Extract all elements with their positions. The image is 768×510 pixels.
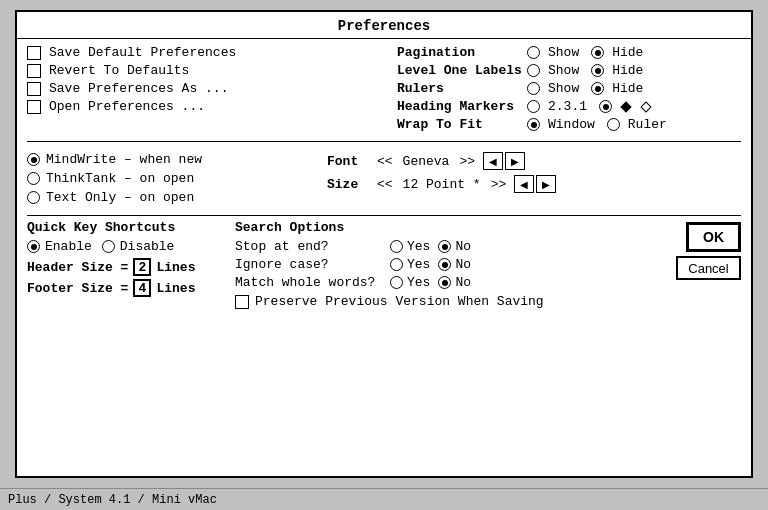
enable-disable-row: Enable Disable — [27, 239, 227, 254]
mindwrite-row: MindWrite – when new — [27, 152, 327, 167]
ignore-case-row: Ignore case? Yes No — [235, 257, 668, 272]
font-prev-arrow: << — [377, 154, 393, 169]
font-label: Font — [327, 154, 372, 169]
level-labels-show-radio[interactable] — [527, 64, 540, 77]
diamond-outline-icon — [640, 101, 651, 112]
revert-defaults-checkbox[interactable] — [27, 64, 41, 78]
preserve-row: Preserve Previous Version When Saving — [235, 294, 668, 309]
buttons-column: OK Cancel — [676, 220, 741, 309]
thinktank-radio[interactable] — [27, 172, 40, 185]
pagination-row: Pagination Show Hide — [397, 45, 741, 60]
header-size-unit: Lines — [156, 260, 195, 275]
header-size-row: Header Size = 2 Lines — [27, 258, 227, 276]
match-yes-label: Yes — [407, 275, 430, 290]
wrap-window-radio[interactable] — [527, 118, 540, 131]
rulers-hide-radio[interactable] — [591, 82, 604, 95]
rulers-label: Rulers — [397, 81, 527, 96]
size-label: Size — [327, 177, 372, 192]
footer-size-row: Footer Size = 4 Lines — [27, 279, 227, 297]
ok-button[interactable]: OK — [686, 222, 741, 252]
pagination-hide-label: Hide — [612, 45, 643, 60]
match-whole-label: Match whole words? — [235, 275, 390, 290]
save-prefs-row: Save Preferences As ... — [27, 81, 397, 96]
top-section: Save Default Preferences Revert To Defau… — [27, 45, 741, 142]
screen: Preferences Save Default Preferences Rev… — [0, 0, 768, 510]
size-prev-button[interactable]: ◀ — [514, 175, 534, 193]
disable-radio[interactable] — [102, 240, 115, 253]
right-column: Pagination Show Hide Level One Labels — [397, 45, 741, 135]
font-value: Geneva — [403, 154, 450, 169]
text-only-radio[interactable] — [27, 191, 40, 204]
text-only-row: Text Only – on open — [27, 190, 327, 205]
ignore-yes-radio[interactable] — [390, 258, 403, 271]
rulers-hide-label: Hide — [612, 81, 643, 96]
rulers-radio-group: Show Hide — [527, 81, 647, 96]
ignore-yes-label: Yes — [407, 257, 430, 272]
open-prefs-label: Open Preferences ... — [49, 99, 205, 114]
enable-radio[interactable] — [27, 240, 40, 253]
stop-at-end-row: Stop at end? Yes No — [235, 239, 668, 254]
pagination-label: Pagination — [397, 45, 527, 60]
status-label: Plus / System 4.1 / Mini vMac — [8, 493, 217, 507]
heading-markers-label: Heading Markers — [397, 99, 527, 114]
font-next-arrow: >> — [459, 154, 475, 169]
thinktank-row: ThinkTank – on open — [27, 171, 327, 186]
stop-yes-label: Yes — [407, 239, 430, 254]
heading-markers-options: 2.3.1 — [527, 99, 652, 114]
footer-size-unit: Lines — [156, 281, 195, 296]
save-default-checkbox[interactable] — [27, 46, 41, 60]
rulers-row: Rulers Show Hide — [397, 81, 741, 96]
font-size-section: Font << Geneva >> ◀ ▶ Size << 12 Point * — [327, 152, 741, 209]
footer-size-value[interactable]: 4 — [133, 279, 151, 297]
wrap-ruler-radio[interactable] — [607, 118, 620, 131]
left-column: Save Default Preferences Revert To Defau… — [27, 45, 397, 135]
mindwrite-radio[interactable] — [27, 153, 40, 166]
size-prev-arrow: << — [377, 177, 393, 192]
level-labels-radio-group: Show Hide — [527, 63, 647, 78]
stop-no-radio[interactable] — [438, 240, 451, 253]
quick-keys: Quick Key Shortcuts Enable Disable Heade… — [27, 220, 227, 309]
thinktank-label: ThinkTank – on open — [46, 171, 194, 186]
save-prefs-checkbox[interactable] — [27, 82, 41, 96]
level-labels-hide-radio[interactable] — [591, 64, 604, 77]
header-size-label: Header Size = — [27, 260, 128, 275]
search-options: Search Options Stop at end? Yes No Ignor… — [235, 220, 668, 309]
cancel-button[interactable]: Cancel — [676, 256, 741, 280]
wrap-to-fit-row: Wrap To Fit Window Ruler — [397, 117, 741, 132]
level-labels-hide-label: Hide — [612, 63, 643, 78]
pagination-hide-radio[interactable] — [591, 46, 604, 59]
font-next-button[interactable]: ▶ — [505, 152, 525, 170]
size-next-button[interactable]: ▶ — [536, 175, 556, 193]
text-only-label: Text Only – on open — [46, 190, 194, 205]
match-yes-radio[interactable] — [390, 276, 403, 289]
match-no-radio[interactable] — [438, 276, 451, 289]
heading-231-radio[interactable] — [527, 100, 540, 113]
open-prefs-checkbox[interactable] — [27, 100, 41, 114]
rulers-show-radio[interactable] — [527, 82, 540, 95]
middle-section: MindWrite – when new ThinkTank – on open… — [27, 146, 741, 216]
quick-keys-title: Quick Key Shortcuts — [27, 220, 227, 235]
stop-yes-radio[interactable] — [390, 240, 403, 253]
preserve-checkbox[interactable] — [235, 295, 249, 309]
footer-size-label: Footer Size = — [27, 281, 128, 296]
heading-markers-row: Heading Markers 2.3.1 — [397, 99, 741, 114]
enable-label: Enable — [45, 239, 92, 254]
heading-diamond-filled-radio[interactable] — [599, 100, 612, 113]
revert-defaults-label: Revert To Defaults — [49, 63, 189, 78]
heading-231-label: 2.3.1 — [548, 99, 587, 114]
size-row: Size << 12 Point * >> ◀ ▶ — [327, 175, 741, 193]
pagination-show-radio[interactable] — [527, 46, 540, 59]
pagination-show-label: Show — [548, 45, 579, 60]
header-size-value[interactable]: 2 — [133, 258, 151, 276]
search-options-title: Search Options — [235, 220, 668, 235]
font-prev-button[interactable]: ◀ — [483, 152, 503, 170]
disable-label: Disable — [120, 239, 175, 254]
bottom-section: Quick Key Shortcuts Enable Disable Heade… — [27, 220, 741, 309]
preferences-dialog: Preferences Save Default Preferences Rev… — [15, 10, 753, 478]
font-row: Font << Geneva >> ◀ ▶ — [327, 152, 741, 170]
new-options: MindWrite – when new ThinkTank – on open… — [27, 152, 327, 209]
size-nav-arrows: ◀ ▶ — [514, 175, 556, 193]
ignore-no-radio[interactable] — [438, 258, 451, 271]
pagination-radio-group: Show Hide — [527, 45, 647, 60]
ignore-case-label: Ignore case? — [235, 257, 390, 272]
